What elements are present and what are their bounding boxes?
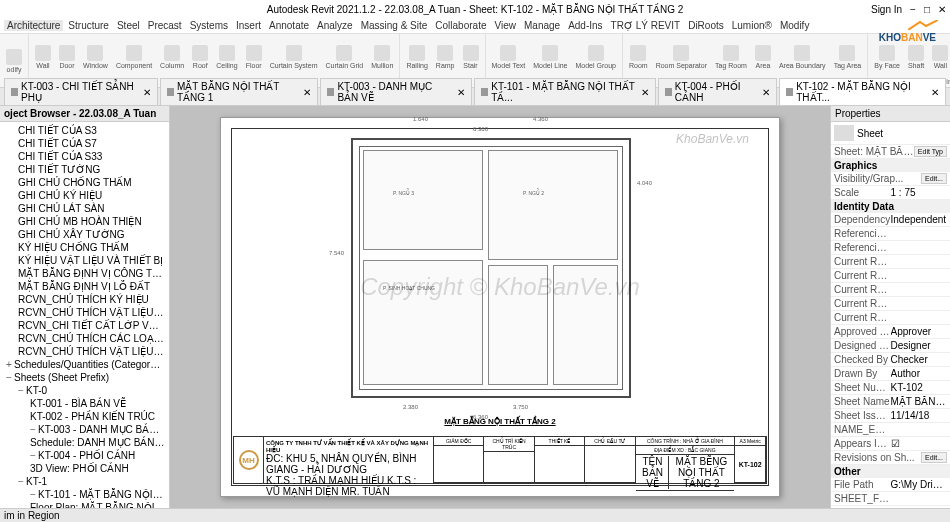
props-row[interactable]: Checked ByChecker <box>831 353 950 367</box>
menu-steel[interactable]: Steel <box>114 20 143 31</box>
props-row[interactable]: Visibility/Grap...Edit... <box>831 172 950 186</box>
menu-systems[interactable]: Systems <box>187 20 231 31</box>
tree-item[interactable]: GHI CHÚ KÝ HIỆU <box>2 189 167 202</box>
ribbon-model-line[interactable]: Model Line <box>531 44 569 70</box>
ribbon-by-face[interactable]: By Face <box>872 44 902 70</box>
doc-tab[interactable]: KT-003 - DANH MỤC BẢN VẼ✕ <box>320 78 472 105</box>
tree-item[interactable]: GHI CHÚ MB HOÀN THIỆN <box>2 215 167 228</box>
menu-modify[interactable]: Modify <box>777 20 812 31</box>
ribbon-room-separator[interactable]: Room Separator <box>654 44 709 70</box>
tree-item[interactable]: GHI CHÚ XÂY TƯỜNG <box>2 228 167 241</box>
properties-panel[interactable]: Properties Sheet Sheet: MẶT BẰNG NỘ Edit… <box>830 106 950 508</box>
props-row[interactable]: Designed ByDesigner <box>831 339 950 353</box>
close-button[interactable]: ✕ <box>938 4 946 15</box>
doc-tab[interactable]: KT-102 - MẶT BẰNG NỘI THẤT...✕ <box>779 78 946 105</box>
tree-item[interactable]: GHI CHÚ LÁT SÀN <box>2 202 167 215</box>
props-row[interactable]: Drawn ByAuthor <box>831 367 950 381</box>
menu-massing-&-site[interactable]: Massing & Site <box>358 20 431 31</box>
edit-type-button[interactable]: Edit Typ <box>914 146 947 157</box>
edit-button[interactable]: Edit... <box>921 173 947 184</box>
tree-item[interactable]: CHI TIẾT TƯỜNG <box>2 163 167 176</box>
ribbon-ramp[interactable]: Ramp <box>434 44 457 70</box>
ribbon-tag-room[interactable]: Tag Room <box>713 44 749 70</box>
type-selector[interactable]: Sheet <box>831 122 950 145</box>
props-row[interactable]: Scale1 : 75 <box>831 186 950 200</box>
tree-item[interactable]: KT-001 - BÌA BẢN VẼ <box>2 397 167 410</box>
ribbon-room[interactable]: Room <box>627 44 650 70</box>
menu-annotate[interactable]: Annotate <box>266 20 312 31</box>
ribbon-column[interactable]: Column <box>158 44 186 70</box>
props-row[interactable]: Sheet Issue Date11/14/18 <box>831 409 950 423</box>
menu-structure[interactable]: Structure <box>65 20 112 31</box>
tree-item[interactable]: CHI TIẾT CỦA S3 <box>2 124 167 137</box>
props-row[interactable]: NAME_ENGLISH <box>831 423 950 437</box>
tree-item[interactable]: GHI CHÚ CHỐNG THẤM <box>2 176 167 189</box>
tree-item[interactable]: 3D View: PHỐI CẢNH <box>2 462 167 475</box>
tree-item[interactable]: RCVN_CHÚ THÍCH VẬT LIỆU HOÀN THIỆN 2 <box>2 345 167 358</box>
doc-tab[interactable]: KT-004 - PHỐI CẢNH✕ <box>658 78 777 105</box>
tree-item[interactable]: KT-002 - PHẦN KIẾN TRÚC <box>2 410 167 423</box>
ribbon-curtain-system[interactable]: Curtain System <box>268 44 320 70</box>
tab-close-icon[interactable]: ✕ <box>457 87 465 98</box>
tree-item[interactable]: KÝ HIỆU CHỐNG THẤM <box>2 241 167 254</box>
props-row[interactable]: Guide Grid <box>831 506 950 508</box>
tree-item[interactable]: −KT-003 - DANH MỤC BẢN VẼ <box>2 423 167 436</box>
ribbon-floor[interactable]: Floor <box>244 44 264 70</box>
ribbon-shaft[interactable]: Shaft <box>906 44 926 70</box>
props-row[interactable]: Current Revisio... <box>831 255 950 269</box>
ribbon-ceiling[interactable]: Ceiling <box>214 44 239 70</box>
tree-item[interactable]: MẶT BẰNG ĐỊNH VỊ LỖ ĐẤT <box>2 280 167 293</box>
tree-item[interactable]: KÝ HIỆU VẬT LIỆU VÀ THIẾT BỊ <box>2 254 167 267</box>
menu-trợ-lý-revit[interactable]: TRỢ LÝ REVIT <box>608 20 684 31</box>
menu-add-ins[interactable]: Add-Ins <box>565 20 605 31</box>
tab-close-icon[interactable]: ✕ <box>143 87 151 98</box>
tree-item[interactable]: +Schedules/Quantities (Category_RCVN) <box>2 358 167 371</box>
doc-tab[interactable]: KT-101 - MẶT BẰNG NỘI THẤT TẦ...✕ <box>474 78 656 105</box>
doc-tab[interactable]: MẶT BẰNG NỘI THẤT TẦNG 1✕ <box>160 78 318 105</box>
props-row[interactable]: SHEET_FOLDER <box>831 492 950 506</box>
tree-item[interactable]: RCVN_CHÚ THÍCH CÁC LOẠI BẢN VẼ <box>2 332 167 345</box>
ribbon-component[interactable]: Component <box>114 44 154 70</box>
menu-diroots[interactable]: DiRoots <box>685 20 727 31</box>
tree-item[interactable]: Floor Plan: MẶT BẰNG NỘI THẤT TẦNG 1 <box>2 501 167 508</box>
tab-close-icon[interactable]: ✕ <box>762 87 770 98</box>
tab-close-icon[interactable]: ✕ <box>931 87 939 98</box>
ribbon-area-boundary[interactable]: Area Boundary <box>777 44 828 70</box>
doc-tab[interactable]: KT-003 - CHI TIẾT SẢNH PHỤ✕ <box>4 78 158 105</box>
tree-item[interactable]: RCVN_CHÚ THÍCH VẬT LIỆU HOÀN THIỆN <box>2 306 167 319</box>
tree-item[interactable]: −KT-0 <box>2 384 167 397</box>
tree-item[interactable]: −Sheets (Sheet Prefix) <box>2 371 167 384</box>
menu-lumion®[interactable]: Lumion® <box>729 20 775 31</box>
props-row[interactable]: Current Revisio... <box>831 269 950 283</box>
ribbon-wall[interactable]: Wall <box>930 44 950 70</box>
props-row[interactable]: Current Revisio... <box>831 283 950 297</box>
minimize-button[interactable]: − <box>910 4 916 15</box>
props-row[interactable]: Referencing Sh... <box>831 227 950 241</box>
menu-collaborate[interactable]: Collaborate <box>432 20 489 31</box>
ribbon-roof[interactable]: Roof <box>190 44 210 70</box>
props-row[interactable]: Sheet NameMẶT BẰNG NỘ <box>831 395 950 409</box>
ribbon-wall[interactable]: Wall <box>33 44 53 70</box>
ribbon-curtain-grid[interactable]: Curtain Grid <box>324 44 366 70</box>
tree-item[interactable]: −KT-1 <box>2 475 167 488</box>
ribbon-area[interactable]: Area <box>753 44 773 70</box>
menu-insert[interactable]: Insert <box>233 20 264 31</box>
tree-item[interactable]: Schedule: DANH MỤC BẢN VẼ KIẾN TRÚC <box>2 436 167 449</box>
props-row[interactable]: File PathG:\My Drive\4.0 ... <box>831 478 950 492</box>
props-row[interactable]: Current Revision <box>831 311 950 325</box>
ribbon-model-text[interactable]: Model Text <box>490 44 528 70</box>
tab-close-icon[interactable]: ✕ <box>641 87 649 98</box>
menu-manage[interactable]: Manage <box>521 20 563 31</box>
tab-close-icon[interactable]: ✕ <box>303 87 311 98</box>
menu-view[interactable]: View <box>491 20 519 31</box>
ribbon-mullion[interactable]: Mullion <box>369 44 395 70</box>
props-row[interactable]: Current Revisio... <box>831 297 950 311</box>
menu-architecture[interactable]: Architecture <box>4 20 63 31</box>
ribbon-door[interactable]: Door <box>57 44 77 70</box>
ribbon-window[interactable]: Window <box>81 44 110 70</box>
edit-button[interactable]: Edit... <box>921 452 947 463</box>
tree-item[interactable]: −KT-101 - MẶT BẰNG NỘI THẤT TẦNG 1 <box>2 488 167 501</box>
ribbon-model-group[interactable]: Model Group <box>574 44 618 70</box>
ribbon-tag-area[interactable]: Tag Area <box>832 44 864 70</box>
signin-link[interactable]: Sign In <box>871 4 902 15</box>
